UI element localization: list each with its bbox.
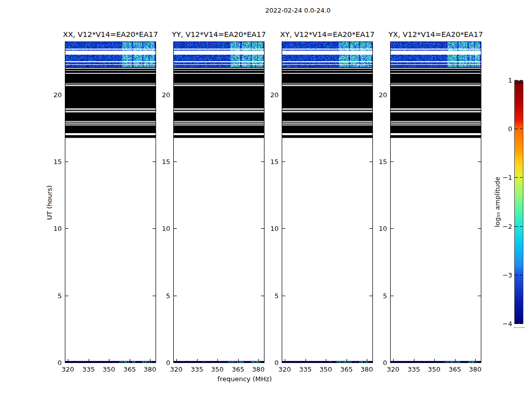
y-tick-label: 5 [43, 292, 62, 300]
y-tick [174, 228, 177, 229]
y-tick-label: 20 [259, 91, 279, 99]
x-tick-label: 320 [166, 366, 186, 373]
x-tick [306, 359, 306, 362]
y-tick-label: 5 [368, 292, 387, 300]
colorbar-tick [515, 129, 518, 129]
x-tick [176, 359, 177, 362]
x-tick-label: 365 [336, 366, 357, 373]
colorbar-tick [520, 177, 522, 178]
y-tick-label: 10 [43, 225, 62, 232]
y-tick-label: 10 [151, 225, 170, 232]
y-tick [65, 95, 68, 95]
colorbar-end-hatch [515, 82, 516, 84]
x-tick-label: 335 [79, 366, 99, 373]
x-tick [130, 359, 130, 362]
x-tick-label: 350 [316, 366, 336, 373]
colorbar-tick [515, 177, 518, 178]
y-tick-label: 20 [43, 91, 62, 99]
colorbar-end-hatch [520, 82, 521, 84]
y-tick [174, 161, 177, 162]
colorbar-dotted-edge [517, 327, 518, 328]
y-tick [174, 95, 177, 95]
colorbar-tick-label: −4 [490, 320, 512, 328]
x-tick-label: 350 [424, 366, 444, 373]
x-tick [285, 359, 285, 362]
colorbar-dotted-edge [522, 327, 523, 328]
y-tick [65, 296, 68, 296]
y-tick-label: 20 [151, 91, 170, 99]
x-tick-label: 350 [207, 366, 227, 373]
x-tick-label: 365 [228, 366, 248, 373]
x-tick [347, 359, 347, 362]
y-tick [478, 362, 481, 363]
x-tick-label: 380 [357, 366, 377, 373]
y-tick [65, 161, 68, 162]
colorbar-tick [520, 80, 522, 80]
x-tick [367, 359, 367, 362]
colorbar-tick [515, 323, 518, 324]
y-tick [282, 228, 285, 229]
y-tick-label: 15 [259, 158, 279, 166]
y-tick [478, 228, 481, 229]
y-tick-label: 15 [43, 158, 62, 166]
x-tick-label: 320 [275, 366, 295, 373]
x-tick-label: 320 [383, 366, 403, 373]
x-tick-label: 380 [465, 366, 485, 373]
x-tick-label: 350 [99, 366, 119, 373]
colorbar-tick [515, 275, 518, 275]
y-tick-label: 5 [151, 292, 170, 300]
x-tick-label: 380 [140, 366, 160, 373]
colorbar-tick [520, 275, 522, 275]
y-tick [478, 296, 481, 296]
y-tick [65, 228, 68, 229]
y-tick-label: 5 [259, 292, 279, 300]
y-tick [391, 228, 394, 229]
panel-title: XY, V12*V14=EA20*EA17 [276, 30, 379, 39]
colorbar-end-hatch [519, 320, 520, 323]
spectrogram-canvas [65, 42, 156, 362]
x-tick-label: 365 [445, 366, 465, 373]
colorbar-tick [520, 323, 522, 324]
colorbar-axis-label: log₁₀ amplitude [493, 177, 501, 227]
panel-title: YY, V12*V14=EA20*EA17 [167, 30, 271, 39]
x-tick-label: 320 [58, 366, 78, 373]
y-tick [174, 362, 177, 363]
colorbar-dotted-edge [515, 327, 516, 328]
y-tick [174, 296, 177, 296]
colorbar-end-hatch [518, 82, 518, 84]
x-tick [89, 359, 89, 362]
colorbar-end-hatch [522, 82, 522, 84]
x-tick-label: 335 [187, 366, 207, 373]
y-axis-label: UT (hours) [46, 185, 53, 220]
x-tick-label: 380 [248, 366, 269, 373]
x-tick [455, 359, 455, 362]
colorbar-tick-label: 0 [490, 125, 512, 133]
y-tick [391, 362, 394, 363]
colorbar-end-hatch [520, 320, 521, 323]
colorbar-dotted-edge [523, 327, 524, 328]
x-tick [475, 359, 476, 362]
y-tick [282, 296, 285, 296]
y-tick [282, 161, 285, 162]
colorbar-end-hatch [517, 82, 517, 84]
x-tick [150, 359, 150, 362]
colorbar-dotted-edge [519, 327, 520, 328]
y-tick-label: 20 [368, 91, 387, 99]
y-tick-label: 10 [259, 225, 279, 232]
colorbar-tick [515, 226, 518, 227]
x-axis-label: frequency (MHz) [217, 375, 272, 383]
colorbar-tick [515, 80, 518, 80]
x-tick [68, 359, 68, 362]
y-tick [391, 95, 394, 95]
x-tick-label: 365 [120, 366, 140, 373]
colorbar-tick-label: −3 [490, 271, 512, 279]
x-tick [434, 359, 435, 362]
colorbar-end-hatch [517, 320, 517, 323]
x-tick [326, 359, 326, 362]
x-tick-label: 335 [295, 366, 316, 373]
colorbar-end-hatch [522, 320, 522, 323]
colorbar-dotted-edge [520, 327, 521, 328]
y-tick [282, 362, 285, 363]
spectrogram-canvas [174, 42, 264, 362]
panel-title: XX, V12*V14=EA20*EA17 [59, 30, 162, 39]
